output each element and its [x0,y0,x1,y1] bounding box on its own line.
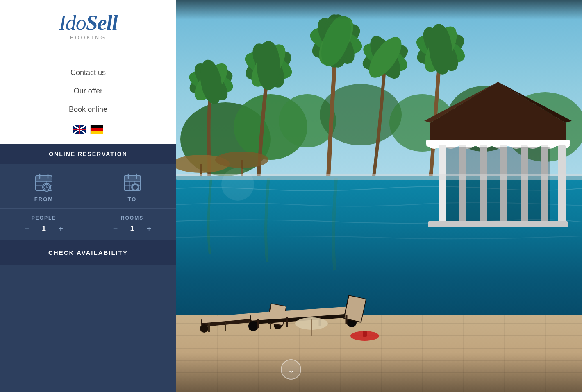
nav-offer[interactable]: Our offer [0,82,176,100]
logo-sell: Sell [86,11,118,34]
reservation-panel: ONLINE RESERVATION [0,144,176,392]
reservation-title: ONLINE RESERVATION [0,144,176,164]
date-picker-row: FROM TO [0,164,176,208]
svg-rect-96 [36,176,52,181]
rooms-counter: ROOMS − 1 + [88,209,176,239]
nav-contact[interactable]: Contact us [0,63,176,82]
rooms-controls: − 1 + [111,224,154,233]
flag-english[interactable] [73,125,86,134]
people-increase-button[interactable]: + [56,224,65,233]
svg-point-116 [133,185,138,190]
from-label: FROM [34,196,53,202]
people-value: 1 [40,224,48,233]
logo-area: IdoSell BOOKING [0,0,176,63]
rooms-decrease-button[interactable]: − [111,224,120,233]
hero-scene [176,0,582,392]
rooms-value: 1 [128,224,136,233]
logo-divider [78,47,98,47]
date-to-cell[interactable]: TO [88,164,176,208]
language-switcher [73,119,103,144]
calendar-from-icon [34,172,54,193]
people-label: PEOPLE [32,215,57,221]
sidebar-header: IdoSell BOOKING Contact us Our offer Boo… [0,0,176,144]
rooms-label: ROOMS [121,215,143,221]
people-decrease-button[interactable]: − [23,224,32,233]
scroll-down-button[interactable]: ⌄ [281,359,301,380]
nav-links: Contact us Our offer Book online [0,63,176,119]
check-availability-button[interactable]: CHECK AVAILABILITY [0,240,176,265]
date-from-cell[interactable]: FROM [0,164,88,208]
svg-rect-94 [176,0,582,392]
to-label: TO [128,196,137,202]
sidebar: IdoSell BOOKING Contact us Our offer Boo… [0,0,176,392]
logo-ido: Ido [59,11,86,34]
people-counter: PEOPLE − 1 + [0,209,88,239]
flag-german[interactable] [90,125,103,134]
nav-book[interactable]: Book online [0,100,176,119]
counters-row: PEOPLE − 1 + ROOMS − 1 + [0,208,176,239]
people-controls: − 1 + [23,224,65,233]
rooms-increase-button[interactable]: + [145,224,154,233]
svg-rect-108 [124,176,141,181]
chevron-down-icon: ⌄ [288,366,295,374]
logo: IdoSell [16,12,160,34]
logo-subtitle: BOOKING [16,34,160,41]
calendar-to-icon [122,172,143,193]
